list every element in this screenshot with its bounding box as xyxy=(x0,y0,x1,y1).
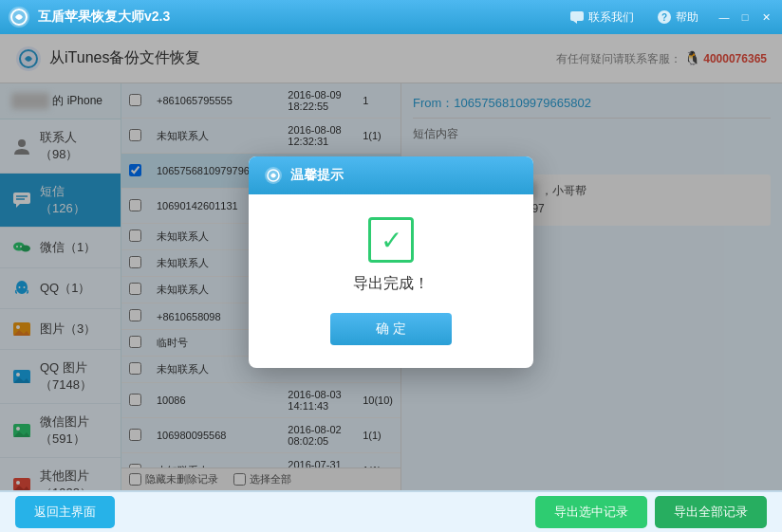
modal-header: 温馨提示 xyxy=(249,156,533,194)
app-logo-icon xyxy=(8,6,30,28)
bottom-bar: 返回主界面 导出选中记录 导出全部记录 xyxy=(0,490,782,532)
title-bar-right: 联系我们 ? 帮助 — □ ✕ xyxy=(564,8,774,28)
minimize-button[interactable]: — xyxy=(716,9,733,26)
svg-text:?: ? xyxy=(661,12,667,23)
close-button[interactable]: ✕ xyxy=(757,9,774,26)
title-bar-left: 互盾苹果恢复大师v2.3 xyxy=(8,6,170,28)
title-bar: 互盾苹果恢复大师v2.3 联系我们 ? 帮助 — □ ✕ xyxy=(0,0,782,34)
help-icon: ? xyxy=(657,9,672,25)
modal-ok-button[interactable]: 确 定 xyxy=(330,313,452,345)
window-controls: — □ ✕ xyxy=(716,9,774,26)
export-all-button[interactable]: 导出全部记录 xyxy=(655,496,767,528)
modal-title: 温馨提示 xyxy=(290,167,344,184)
svg-marker-3 xyxy=(573,21,577,24)
app-title: 互盾苹果恢复大师v2.3 xyxy=(38,9,170,26)
message-icon xyxy=(569,9,585,25)
bottom-right: 导出选中记录 导出全部记录 xyxy=(535,496,767,528)
help-button[interactable]: ? 帮助 xyxy=(651,8,704,28)
maximize-button[interactable]: □ xyxy=(736,9,754,26)
modal-logo-icon xyxy=(264,166,283,185)
modal-message: 导出完成！ xyxy=(268,274,514,294)
modal-success-icon: ✓ xyxy=(268,217,514,263)
svg-rect-2 xyxy=(570,11,584,21)
return-button[interactable]: 返回主界面 xyxy=(15,496,115,528)
modal-overlay: 温馨提示 ✓ 导出完成！ 确 定 xyxy=(0,34,782,490)
contact-us-button[interactable]: 联系我们 xyxy=(564,8,640,28)
checkmark-icon: ✓ xyxy=(368,217,414,263)
export-selected-button[interactable]: 导出选中记录 xyxy=(535,496,647,528)
modal-body: ✓ 导出完成！ 确 定 xyxy=(249,194,533,368)
help-label: 帮助 xyxy=(676,9,698,26)
contact-label: 联系我们 xyxy=(588,9,634,26)
bottom-left: 返回主界面 xyxy=(15,496,115,528)
modal-box: 温馨提示 ✓ 导出完成！ 确 定 xyxy=(249,156,533,368)
